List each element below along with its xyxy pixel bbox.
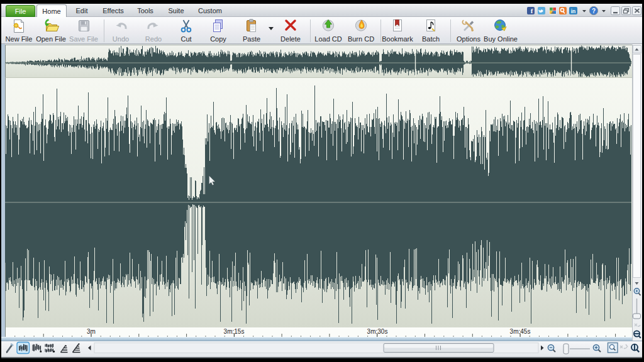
svg-text:?: ? [592,8,596,14]
svg-text:3m:30s: 3m:30s [367,328,388,335]
svg-text:3m:15s: 3m:15s [224,328,245,335]
svg-text:in: in [571,8,576,14]
svg-text:3m:45s: 3m:45s [510,328,531,335]
svg-text:3m: 3m [87,328,96,335]
svg-text:f: f [531,7,533,14]
